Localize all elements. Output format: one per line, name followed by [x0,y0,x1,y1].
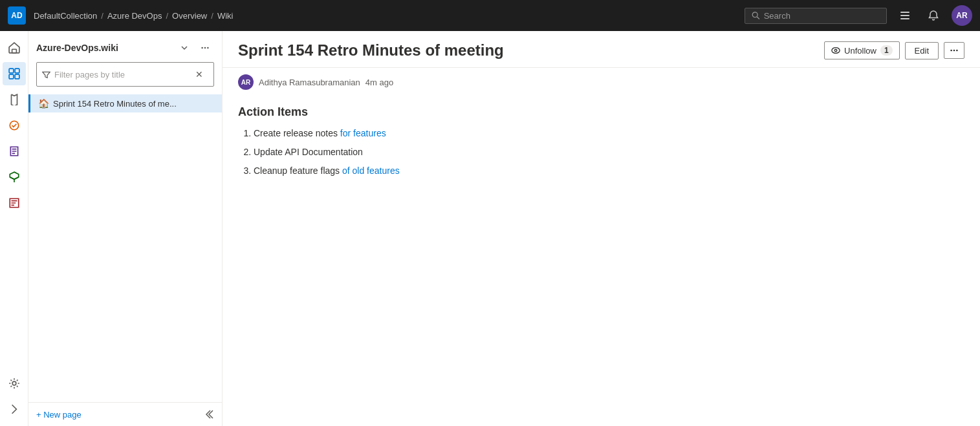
sidebar: Azure-DevOps.wiki [28,31,223,426]
main-content: Sprint 154 Retro Minutes of meeting Unfo… [223,31,980,426]
top-nav-right: AR [745,5,972,26]
pipeline-icon [8,120,20,131]
ellipsis-icon [201,43,210,52]
content-body: Action Items Create release notes for fe… [223,100,980,193]
svg-rect-2 [900,12,909,13]
breadcrumb-sep3: / [211,11,213,21]
filter-bar[interactable]: ✕ [36,62,214,87]
action-item-3-text: Cleanup feature flags [254,165,342,176]
bell-icon [928,10,939,21]
breadcrumb-defaultcollection[interactable]: DefaultCollection [34,11,97,21]
content-header: Sprint 154 Retro Minutes of meeting Unfo… [223,31,980,68]
filter-icon [42,70,50,79]
avatar[interactable]: AR [952,5,972,26]
tree-item-label: Sprint 154 Retro Minutes of me... [53,99,177,109]
wiki-icon [8,197,20,209]
wiki-title[interactable]: Azure-DevOps.wiki [36,43,171,53]
svg-rect-9 [15,74,19,79]
unfollow-btn[interactable]: Unfollow 1 [824,41,900,59]
author-avatar: AR [238,74,254,90]
sidebar-tree: 🏠 Sprint 154 Retro Minutes of me... [28,92,222,402]
main-layout: Azure-DevOps.wiki [0,31,980,426]
svg-rect-5 [12,49,16,53]
tree-item-home-icon: 🏠 [38,98,49,109]
action-item-3: Cleanup feature flags of old features [254,164,964,178]
collapse-icon [204,409,214,420]
rail-artifacts-btn[interactable] [3,165,26,189]
unfollow-label: Unfollow [844,46,877,56]
rail-pipelines-btn[interactable] [3,114,26,137]
left-rail [0,31,28,426]
author-name: Adithya Ramasubramanian [259,78,360,87]
action-item-3-link[interactable]: of old features [342,165,400,176]
rail-home-btn[interactable] [3,36,26,59]
more-options-btn[interactable] [944,42,964,59]
action-item-1: Create release notes for features [254,127,964,140]
wiki-dropdown-btn[interactable] [175,39,193,57]
followers-badge: 1 [880,45,893,56]
chevron-down-icon [180,44,188,52]
svg-rect-4 [900,18,909,19]
action-items-list: Create release notes for features Update… [238,127,964,178]
repo-icon [8,94,20,105]
rail-wiki-btn[interactable] [3,191,26,215]
top-nav: AD DefaultCollection / Azure DevOps / Ov… [0,0,980,31]
list-view-btn[interactable] [895,5,915,26]
collapse-sidebar-btn[interactable] [204,409,214,420]
filter-clear-btn[interactable]: ✕ [190,65,208,83]
svg-point-17 [950,50,952,52]
rail-bottom [3,372,26,421]
breadcrumb: DefaultCollection / Azure DevOps / Overv… [34,11,233,21]
gear-icon [8,378,20,389]
testplan-icon [8,145,20,157]
section-heading: Action Items [238,105,964,119]
rail-testplans-btn[interactable] [3,140,26,163]
sidebar-header: Azure-DevOps.wiki [28,31,222,62]
artifact-icon [8,171,20,183]
tree-item-sprint[interactable]: 🏠 Sprint 154 Retro Minutes of me... [28,94,222,112]
boards-icon [8,68,20,80]
action-item-1-text: Create release notes [254,128,340,138]
breadcrumb-sep1: / [101,11,103,21]
page-title: Sprint 154 Retro Minutes of meeting [238,41,824,59]
action-item-2: Update API Documentation [254,145,964,159]
search-input[interactable] [764,11,880,21]
svg-point-0 [752,12,757,17]
action-item-1-link[interactable]: for features [340,128,386,138]
header-actions: Unfollow 1 Edit [824,41,964,59]
svg-point-11 [12,381,16,385]
rail-settings-btn[interactable] [3,372,26,395]
svg-rect-6 [9,69,14,73]
filter-input[interactable] [54,70,186,80]
more-icon [950,46,959,55]
svg-rect-3 [900,15,909,16]
eye-icon [831,46,840,55]
search-icon [752,11,760,20]
rail-expand-btn[interactable] [3,398,26,421]
svg-point-18 [953,50,955,52]
new-page-btn[interactable]: + New page [36,410,82,420]
sidebar-footer: + New page [28,402,222,426]
app-logo[interactable]: AD [8,6,26,25]
breadcrumb-wiki[interactable]: Wiki [217,11,234,21]
svg-point-16 [834,49,837,52]
home-icon [8,42,20,54]
rail-boards-btn[interactable] [3,62,26,85]
expand-icon [8,403,20,415]
rail-repos-btn[interactable] [3,88,26,111]
svg-point-12 [201,47,203,49]
notification-btn[interactable] [923,5,944,26]
wiki-more-btn[interactable] [196,39,214,57]
svg-point-19 [956,50,958,52]
svg-point-13 [204,47,206,49]
svg-point-15 [832,48,840,54]
svg-point-14 [207,47,209,49]
edit-btn[interactable]: Edit [905,42,939,59]
author-line: AR Adithya Ramasubramanian 4m ago [223,68,980,100]
search-box[interactable] [745,8,887,24]
breadcrumb-overview[interactable]: Overview [172,11,207,21]
svg-line-1 [757,17,759,19]
list-icon [900,10,910,21]
breadcrumb-azuredevops[interactable]: Azure DevOps [107,11,162,21]
svg-rect-8 [9,74,14,79]
